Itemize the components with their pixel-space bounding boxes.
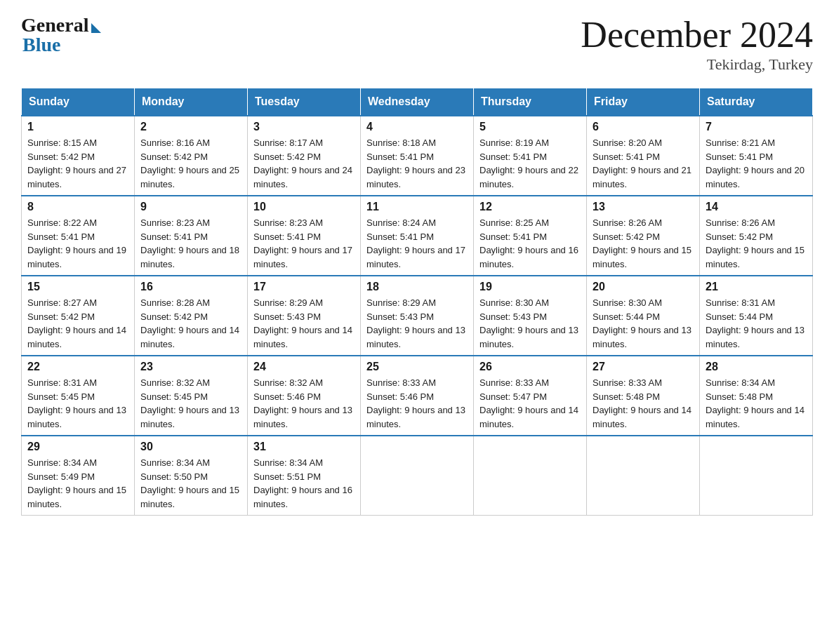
calendar-table: SundayMondayTuesdayWednesdayThursdayFrid… xyxy=(21,88,813,516)
calendar-header-saturday: Saturday xyxy=(700,88,813,116)
day-info: Sunrise: 8:31 AMSunset: 5:45 PMDaylight:… xyxy=(27,377,126,429)
month-title: December 2024 xyxy=(581,14,813,55)
calendar-week-4: 22 Sunrise: 8:31 AMSunset: 5:45 PMDaylig… xyxy=(22,356,813,436)
day-number: 4 xyxy=(366,121,468,133)
logo-blue-text: Blue xyxy=(22,34,60,56)
calendar-week-3: 15 Sunrise: 8:27 AMSunset: 5:42 PMDaylig… xyxy=(22,276,813,356)
day-info: Sunrise: 8:22 AMSunset: 5:41 PMDaylight:… xyxy=(27,217,126,269)
day-number: 8 xyxy=(27,201,128,213)
day-number: 16 xyxy=(140,281,241,293)
day-number: 18 xyxy=(366,281,468,293)
calendar-cell: 10 Sunrise: 8:23 AMSunset: 5:41 PMDaylig… xyxy=(248,196,361,276)
calendar-cell: 25 Sunrise: 8:33 AMSunset: 5:46 PMDaylig… xyxy=(361,356,474,436)
calendar-cell: 17 Sunrise: 8:29 AMSunset: 5:43 PMDaylig… xyxy=(248,276,361,356)
day-number: 30 xyxy=(140,441,241,453)
day-info: Sunrise: 8:26 AMSunset: 5:42 PMDaylight:… xyxy=(706,217,805,269)
calendar-cell: 11 Sunrise: 8:24 AMSunset: 5:41 PMDaylig… xyxy=(361,196,474,276)
day-info: Sunrise: 8:34 AMSunset: 5:51 PMDaylight:… xyxy=(253,457,352,509)
day-number: 12 xyxy=(479,201,581,213)
day-info: Sunrise: 8:17 AMSunset: 5:42 PMDaylight:… xyxy=(253,137,352,189)
calendar-cell: 7 Sunrise: 8:21 AMSunset: 5:41 PMDayligh… xyxy=(700,116,813,196)
day-number: 25 xyxy=(366,361,468,373)
calendar-cell: 5 Sunrise: 8:19 AMSunset: 5:41 PMDayligh… xyxy=(474,116,587,196)
calendar-cell: 1 Sunrise: 8:15 AMSunset: 5:42 PMDayligh… xyxy=(22,116,135,196)
calendar-cell xyxy=(361,436,474,516)
calendar-cell: 6 Sunrise: 8:20 AMSunset: 5:41 PMDayligh… xyxy=(587,116,700,196)
day-info: Sunrise: 8:31 AMSunset: 5:44 PMDaylight:… xyxy=(706,297,805,349)
calendar-week-1: 1 Sunrise: 8:15 AMSunset: 5:42 PMDayligh… xyxy=(22,116,813,196)
day-number: 9 xyxy=(140,201,241,213)
day-info: Sunrise: 8:32 AMSunset: 5:46 PMDaylight:… xyxy=(253,377,352,429)
calendar-cell: 21 Sunrise: 8:31 AMSunset: 5:44 PMDaylig… xyxy=(700,276,813,356)
day-info: Sunrise: 8:29 AMSunset: 5:43 PMDaylight:… xyxy=(253,297,352,349)
day-info: Sunrise: 8:21 AMSunset: 5:41 PMDaylight:… xyxy=(706,137,805,189)
calendar-cell: 2 Sunrise: 8:16 AMSunset: 5:42 PMDayligh… xyxy=(135,116,248,196)
day-number: 19 xyxy=(479,281,581,293)
calendar-cell: 12 Sunrise: 8:25 AMSunset: 5:41 PMDaylig… xyxy=(474,196,587,276)
calendar-cell: 23 Sunrise: 8:32 AMSunset: 5:45 PMDaylig… xyxy=(135,356,248,436)
day-number: 13 xyxy=(593,201,694,213)
day-number: 22 xyxy=(27,361,128,373)
day-info: Sunrise: 8:26 AMSunset: 5:42 PMDaylight:… xyxy=(593,217,691,269)
title-section: December 2024 Tekirdag, Turkey xyxy=(581,14,813,74)
calendar-cell: 19 Sunrise: 8:30 AMSunset: 5:43 PMDaylig… xyxy=(474,276,587,356)
calendar-cell: 27 Sunrise: 8:33 AMSunset: 5:48 PMDaylig… xyxy=(587,356,700,436)
day-number: 20 xyxy=(593,281,694,293)
day-info: Sunrise: 8:33 AMSunset: 5:48 PMDaylight:… xyxy=(593,377,691,429)
day-number: 29 xyxy=(27,441,128,453)
calendar-header-sunday: Sunday xyxy=(22,88,135,116)
day-info: Sunrise: 8:24 AMSunset: 5:41 PMDaylight:… xyxy=(366,217,465,269)
day-info: Sunrise: 8:33 AMSunset: 5:46 PMDaylight:… xyxy=(366,377,465,429)
calendar-cell: 15 Sunrise: 8:27 AMSunset: 5:42 PMDaylig… xyxy=(22,276,135,356)
calendar-cell xyxy=(474,436,587,516)
day-number: 31 xyxy=(253,441,355,453)
calendar-week-5: 29 Sunrise: 8:34 AMSunset: 5:49 PMDaylig… xyxy=(22,436,813,516)
calendar-cell: 22 Sunrise: 8:31 AMSunset: 5:45 PMDaylig… xyxy=(22,356,135,436)
calendar-cell: 13 Sunrise: 8:26 AMSunset: 5:42 PMDaylig… xyxy=(587,196,700,276)
day-info: Sunrise: 8:16 AMSunset: 5:42 PMDaylight:… xyxy=(140,137,239,189)
day-number: 5 xyxy=(479,121,581,133)
day-info: Sunrise: 8:34 AMSunset: 5:50 PMDaylight:… xyxy=(140,457,239,509)
day-number: 24 xyxy=(253,361,355,373)
day-number: 10 xyxy=(253,201,355,213)
day-info: Sunrise: 8:23 AMSunset: 5:41 PMDaylight:… xyxy=(253,217,352,269)
calendar-cell xyxy=(700,436,813,516)
day-number: 27 xyxy=(593,361,694,373)
calendar-cell: 26 Sunrise: 8:33 AMSunset: 5:47 PMDaylig… xyxy=(474,356,587,436)
day-info: Sunrise: 8:34 AMSunset: 5:48 PMDaylight:… xyxy=(706,377,805,429)
calendar-header-friday: Friday xyxy=(587,88,700,116)
day-info: Sunrise: 8:18 AMSunset: 5:41 PMDaylight:… xyxy=(366,137,465,189)
day-number: 6 xyxy=(593,121,694,133)
calendar-cell: 14 Sunrise: 8:26 AMSunset: 5:42 PMDaylig… xyxy=(700,196,813,276)
calendar-week-2: 8 Sunrise: 8:22 AMSunset: 5:41 PMDayligh… xyxy=(22,196,813,276)
day-number: 23 xyxy=(140,361,241,373)
day-info: Sunrise: 8:30 AMSunset: 5:44 PMDaylight:… xyxy=(593,297,691,349)
location-text: Tekirdag, Turkey xyxy=(581,55,813,74)
day-number: 28 xyxy=(706,361,807,373)
day-info: Sunrise: 8:30 AMSunset: 5:43 PMDaylight:… xyxy=(479,297,578,349)
calendar-cell: 20 Sunrise: 8:30 AMSunset: 5:44 PMDaylig… xyxy=(587,276,700,356)
day-info: Sunrise: 8:25 AMSunset: 5:41 PMDaylight:… xyxy=(479,217,578,269)
day-info: Sunrise: 8:15 AMSunset: 5:42 PMDaylight:… xyxy=(27,137,126,189)
calendar-cell: 30 Sunrise: 8:34 AMSunset: 5:50 PMDaylig… xyxy=(135,436,248,516)
day-number: 1 xyxy=(27,121,128,133)
calendar-header-thursday: Thursday xyxy=(474,88,587,116)
day-info: Sunrise: 8:29 AMSunset: 5:43 PMDaylight:… xyxy=(366,297,465,349)
day-number: 15 xyxy=(27,281,128,293)
day-number: 17 xyxy=(253,281,355,293)
calendar-cell: 28 Sunrise: 8:34 AMSunset: 5:48 PMDaylig… xyxy=(700,356,813,436)
day-info: Sunrise: 8:20 AMSunset: 5:41 PMDaylight:… xyxy=(593,137,691,189)
day-info: Sunrise: 8:27 AMSunset: 5:42 PMDaylight:… xyxy=(27,297,126,349)
day-info: Sunrise: 8:23 AMSunset: 5:41 PMDaylight:… xyxy=(140,217,239,269)
day-number: 26 xyxy=(479,361,581,373)
day-info: Sunrise: 8:32 AMSunset: 5:45 PMDaylight:… xyxy=(140,377,239,429)
day-info: Sunrise: 8:34 AMSunset: 5:49 PMDaylight:… xyxy=(27,457,126,509)
day-info: Sunrise: 8:28 AMSunset: 5:42 PMDaylight:… xyxy=(140,297,239,349)
day-info: Sunrise: 8:33 AMSunset: 5:47 PMDaylight:… xyxy=(479,377,578,429)
day-number: 2 xyxy=(140,121,241,133)
calendar-header-monday: Monday xyxy=(135,88,248,116)
calendar-cell: 24 Sunrise: 8:32 AMSunset: 5:46 PMDaylig… xyxy=(248,356,361,436)
day-number: 7 xyxy=(706,121,807,133)
calendar-header-wednesday: Wednesday xyxy=(361,88,474,116)
calendar-cell: 8 Sunrise: 8:22 AMSunset: 5:41 PMDayligh… xyxy=(22,196,135,276)
